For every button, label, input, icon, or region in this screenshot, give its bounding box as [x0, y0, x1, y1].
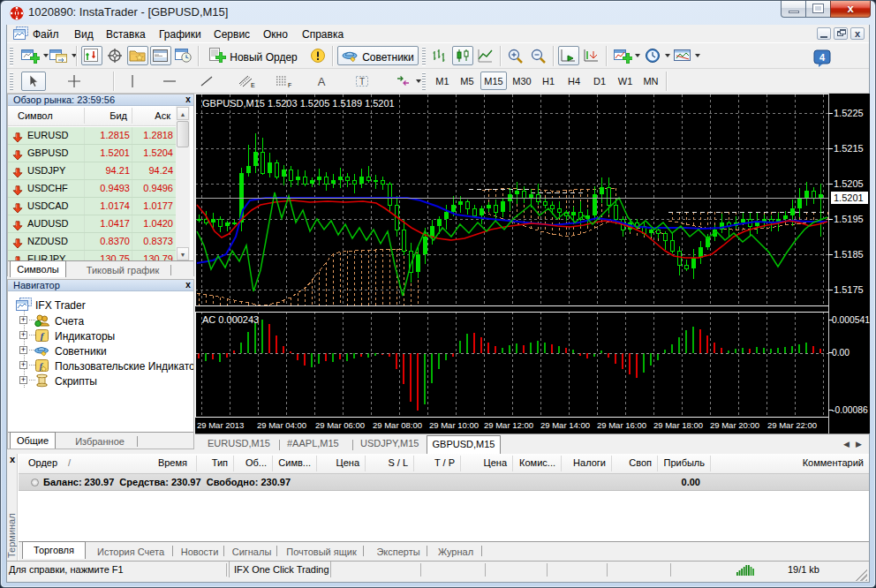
svg-text:29 Mar 18:00: 29 Mar 18:00 [653, 420, 703, 430]
svg-text:29 Mar 04:00: 29 Mar 04:00 [257, 420, 306, 430]
svg-text:A: A [318, 75, 326, 88]
svg-text:29 Mar 12:00: 29 Mar 12:00 [484, 420, 533, 430]
svg-text:F: F [288, 82, 291, 88]
svg-text:T: T [359, 77, 365, 87]
svg-text:1.5225: 1.5225 [834, 108, 864, 118]
svg-text:1.5185: 1.5185 [834, 249, 864, 260]
svg-text:0.000541: 0.000541 [832, 315, 870, 325]
svg-text:1.5195: 1.5195 [834, 214, 864, 224]
svg-text:AC 0.000243: AC 0.000243 [202, 314, 259, 325]
svg-text:0.00: 0.00 [832, 348, 850, 358]
svg-text:GBPUSD,M15 1.5203 1.5205 1.51: GBPUSD,M15 1.5203 1.5205 1.5189 1.5201 [202, 98, 395, 109]
svg-text:29 Mar 08:00: 29 Mar 08:00 [373, 420, 422, 430]
svg-text:4: 4 [819, 52, 826, 63]
svg-text:1.5215: 1.5215 [834, 143, 864, 154]
svg-text:29 Mar 10:00: 29 Mar 10:00 [429, 420, 479, 430]
svg-text:29 Mar 20:00: 29 Mar 20:00 [710, 420, 759, 430]
svg-text:-0.00086: -0.00086 [832, 405, 868, 415]
svg-text:1.5205: 1.5205 [834, 178, 864, 189]
svg-text:1.5201: 1.5201 [834, 192, 864, 203]
svg-text:29 Mar 2013: 29 Mar 2013 [197, 420, 244, 430]
svg-text:E: E [251, 82, 255, 88]
svg-text:29 Mar 06:00: 29 Mar 06:00 [315, 420, 365, 430]
svg-text:1.5175: 1.5175 [834, 284, 864, 295]
svg-text:29 Mar 22:00: 29 Mar 22:00 [767, 420, 817, 430]
svg-text:29 Mar 16:00: 29 Mar 16:00 [597, 420, 646, 430]
svg-text:29 Mar 14:00: 29 Mar 14:00 [540, 420, 590, 430]
